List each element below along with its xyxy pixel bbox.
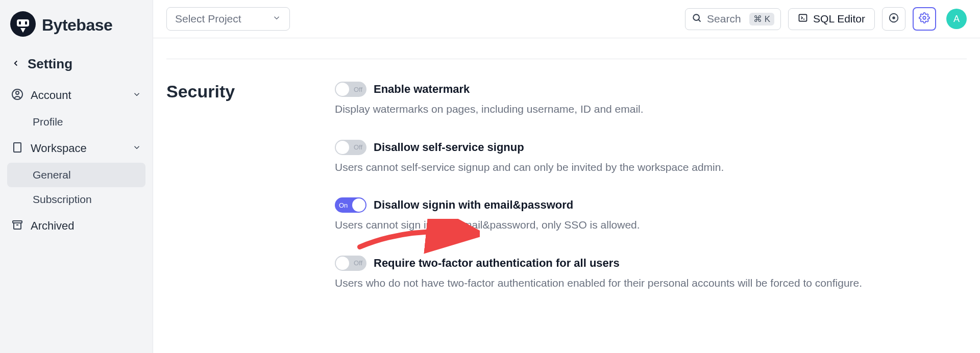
option-require-2fa: Off Require two-factor authentication fo… [335,256,967,291]
option-desc: Display watermarks on pages, including u… [335,101,967,117]
svg-point-15 [693,14,699,20]
toggle-knob [336,257,349,270]
building-icon [11,141,23,156]
svg-rect-2 [19,21,21,24]
toggle-disallow-signup[interactable]: Off [335,140,366,155]
gear-icon [919,12,930,26]
sql-editor-button[interactable]: SQL Editor [788,8,875,30]
option-title: Enable watermark [374,83,470,96]
option-disallow-password-signin: On Disallow signin with email&password U… [335,197,967,233]
sidebar-section-workspace[interactable]: Workspace [7,134,145,163]
toggle-state-label: Off [354,86,362,93]
svg-point-21 [923,16,926,19]
user-circle-icon [11,88,23,103]
nav-title: Setting [28,56,72,72]
svg-rect-1 [17,19,29,27]
svg-line-16 [699,19,701,21]
search-shortcut: ⌘ K [749,13,774,26]
chevron-down-icon [132,143,141,154]
sql-editor-label: SQL Editor [813,13,865,25]
search-icon [692,13,702,26]
sidebar-item-subscription[interactable]: Subscription [7,187,145,212]
chevron-left-icon [11,59,20,70]
sidebar-section-archived[interactable]: Archived [7,212,145,240]
terminal-icon [798,13,808,26]
svg-point-5 [16,91,19,94]
toggle-require-2fa[interactable]: Off [335,256,366,271]
content: Security Off Enable watermark Display wa… [153,38,980,291]
section-label: Workspace [31,142,125,155]
sidebar-section-account[interactable]: Account [7,81,145,110]
avatar-initial: A [953,14,960,24]
logo-icon [10,11,36,39]
search-button[interactable]: Search ⌘ K [685,8,781,30]
project-selector-label: Select Project [175,13,241,25]
archive-icon [11,219,23,233]
section-title-security: Security [166,82,314,291]
sidebar: Bytebase Setting Account Profile Workspa… [0,0,153,353]
option-watermark: Off Enable watermark Display watermarks … [335,82,967,117]
toggle-state-label: On [339,201,348,209]
sidebar-item-general[interactable]: General [7,163,145,187]
chevron-down-icon [132,90,141,101]
options-list: Off Enable watermark Display watermarks … [335,82,967,291]
logo[interactable]: Bytebase [7,11,145,51]
toggle-knob [336,83,349,96]
option-title: Require two-factor authentication for al… [374,257,620,270]
toggle-state-label: Off [354,143,362,151]
toggle-state-label: Off [354,259,362,267]
option-title: Disallow self-service signup [374,141,524,154]
project-selector[interactable]: Select Project [166,7,290,31]
chevron-down-icon [272,13,281,25]
record-button[interactable] [882,7,905,31]
toggle-disallow-password-signin[interactable]: On [335,197,366,213]
sidebar-item-profile[interactable]: Profile [7,110,145,134]
option-desc: Users who do not have two-factor authent… [335,275,967,291]
record-icon [888,12,899,26]
brand-name: Bytebase [42,16,112,35]
search-placeholder: Search [707,13,741,25]
settings-button[interactable] [913,7,936,31]
main: Select Project Search ⌘ K SQL Editor [153,0,980,353]
section-label: Account [31,89,125,102]
toggle-watermark[interactable]: Off [335,82,366,97]
toggle-knob [352,198,365,212]
toggle-knob [336,141,349,154]
nav-back-header[interactable]: Setting [7,51,145,81]
option-desc: Users cannot self-service signup and can… [335,159,967,175]
divider [166,59,967,59]
svg-rect-3 [25,21,27,24]
section-label: Archived [31,219,141,233]
option-title: Disallow signin with email&password [374,198,573,212]
svg-rect-6 [14,143,21,152]
topbar: Select Project Search ⌘ K SQL Editor [153,0,980,38]
svg-rect-13 [13,221,22,223]
avatar[interactable]: A [946,9,967,29]
option-desc: Users cannot sign in with email&password… [335,217,967,233]
option-disallow-signup: Off Disallow self-service signup Users c… [335,140,967,175]
svg-point-20 [893,17,895,19]
